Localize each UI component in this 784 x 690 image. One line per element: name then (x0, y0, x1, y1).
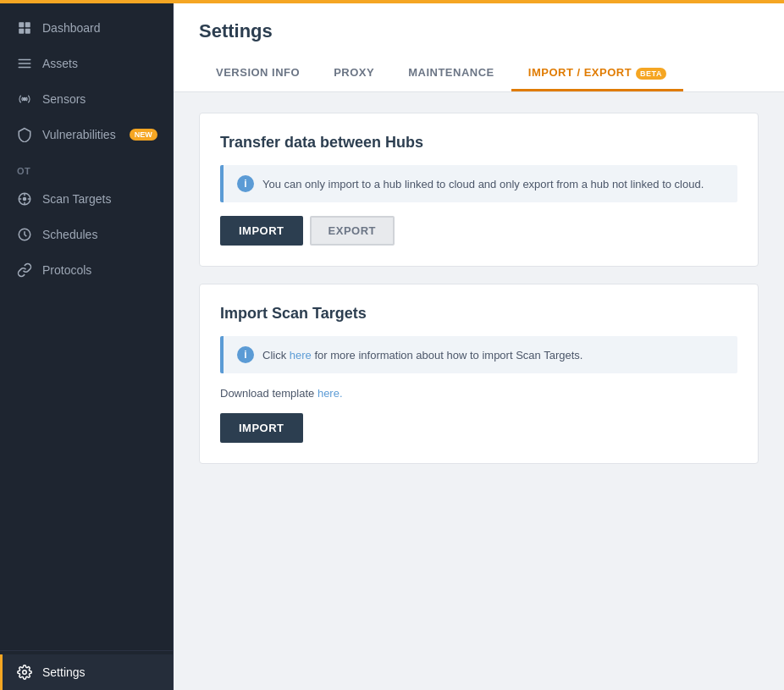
sidebar-item-vulnerabilities-label: Vulnerabilities (42, 128, 116, 141)
sidebar-item-assets[interactable]: Assets (0, 46, 173, 81)
transfer-info-icon: i (237, 175, 254, 192)
sidebar-item-scan-targets[interactable]: Scan Targets (0, 181, 173, 217)
transfer-btn-row: IMPORT EXPORT (220, 216, 737, 246)
download-template-link[interactable]: here. (317, 387, 343, 400)
sidebar-item-dashboard-label: Dashboard (42, 21, 101, 35)
svg-rect-2 (19, 29, 24, 34)
dashboard-icon (17, 20, 32, 36)
sensors-icon (17, 91, 32, 107)
tab-import-export-label: IMPORT / EXPORT (528, 66, 632, 79)
sidebar-nav: Dashboard Assets Sensors Vulnerabilities… (0, 3, 173, 650)
page-title: Settings (199, 20, 759, 42)
svg-point-4 (23, 97, 27, 102)
sidebar-item-settings-label: Settings (42, 665, 86, 679)
tabs-bar: VERSION INFO PROXY MAINTENANCE IMPORT / … (199, 56, 759, 91)
transfer-info-box: i You can only import to a hub linked to… (220, 165, 737, 202)
sidebar: Dashboard Assets Sensors Vulnerabilities… (0, 3, 174, 690)
transfer-info-text: You can only import to a hub linked to c… (262, 178, 704, 190)
import-info-box: i Click here for more information about … (220, 336, 737, 373)
import-info-link[interactable]: here (290, 349, 312, 362)
sidebar-item-protocols[interactable]: Protocols (0, 252, 173, 288)
ot-section-label: OT (0, 152, 173, 181)
transfer-import-button[interactable]: IMPORT (220, 216, 303, 246)
sidebar-item-sensors-label: Sensors (42, 92, 86, 106)
content-area: Transfer data between Hubs i You can onl… (174, 92, 784, 484)
assets-icon (17, 56, 32, 71)
top-bar (0, 0, 784, 3)
protocols-icon (17, 262, 32, 278)
transfer-export-button[interactable]: EXPORT (310, 216, 395, 246)
tab-version-info[interactable]: VERSION INFO (199, 56, 317, 91)
transfer-card-title: Transfer data between Hubs (220, 134, 737, 152)
import-card-title: Import Scan Targets (220, 305, 737, 323)
tab-import-export[interactable]: IMPORT / EXPORTBETA (511, 56, 683, 91)
download-template-text: Download template here. (220, 387, 737, 400)
schedules-icon (17, 227, 32, 242)
sidebar-item-protocols-label: Protocols (42, 263, 91, 277)
sidebar-bottom: Settings (0, 650, 173, 690)
vulnerabilities-new-badge: New (130, 129, 157, 141)
settings-icon (17, 665, 32, 680)
sidebar-item-dashboard[interactable]: Dashboard (0, 10, 173, 46)
vulnerabilities-icon (17, 127, 32, 142)
svg-rect-0 (19, 22, 24, 27)
sidebar-item-assets-label: Assets (42, 57, 78, 70)
transfer-card: Transfer data between Hubs i You can onl… (199, 113, 759, 267)
main-content: Settings VERSION INFO PROXY MAINTENANCE … (174, 3, 784, 690)
tab-proxy[interactable]: PROXY (317, 56, 391, 91)
svg-rect-1 (25, 22, 30, 27)
import-scan-targets-card: Import Scan Targets i Click here for mor… (199, 284, 759, 464)
sidebar-item-schedules-label: Schedules (42, 228, 97, 241)
import-button[interactable]: IMPORT (220, 413, 303, 443)
tab-maintenance[interactable]: MAINTENANCE (391, 56, 511, 91)
import-info-icon: i (237, 346, 254, 363)
import-info-text: Click here for more information about ho… (262, 349, 582, 362)
sidebar-item-schedules[interactable]: Schedules (0, 217, 173, 252)
scan-targets-icon (17, 191, 32, 207)
sidebar-item-scan-targets-label: Scan Targets (42, 192, 111, 206)
import-btn-row: IMPORT (220, 413, 737, 443)
svg-rect-3 (25, 29, 30, 34)
sidebar-item-settings[interactable]: Settings (0, 654, 173, 690)
import-export-badge: BETA (636, 68, 666, 80)
sidebar-item-vulnerabilities[interactable]: Vulnerabilities New (0, 117, 173, 152)
sidebar-item-sensors[interactable]: Sensors (0, 81, 173, 117)
svg-point-6 (23, 197, 27, 201)
settings-header: Settings VERSION INFO PROXY MAINTENANCE … (174, 3, 784, 92)
